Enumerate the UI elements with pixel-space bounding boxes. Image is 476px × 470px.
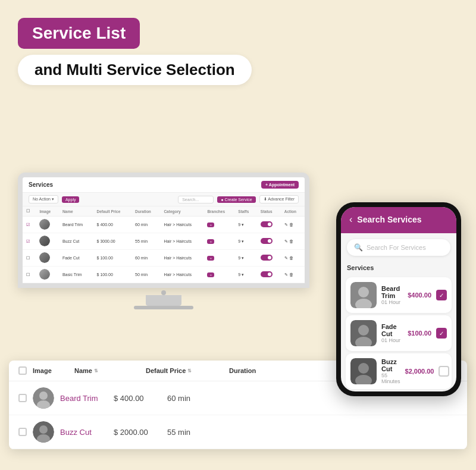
service-checkbox-2[interactable]: ✓ [436,328,447,339]
app-title: Services [29,181,53,188]
search-placeholder: Search For Services [367,244,426,251]
phone-header: ‹ Search Services [341,207,456,233]
monitor-wrapper: Services + Appointment No Action ▾ Apply… [18,173,309,309]
search-icon: 🔍 [354,243,363,252]
service-duration-3: 55 Minutes [381,372,400,384]
dt-name-2: Buzz Cut [60,428,108,437]
service-name-3: Buzz Cut [381,358,400,372]
dt-avatar-2 [33,421,54,443]
monitor-screen: Services + Appointment No Action ▾ Apply… [18,173,309,288]
monitor-stand [146,295,181,306]
service-card-2[interactable]: Fade Cut 01 Hour $100.00 ✓ [346,315,452,351]
dt-checkbox-row1[interactable] [18,394,27,402]
service-list-badge: Service List [18,18,140,49]
appointment-button[interactable]: + Appointment [261,181,299,189]
svg-point-4 [39,425,48,434]
service-card-info-2: Fade Cut 01 Hour [381,323,403,343]
col-status: Status [257,206,281,217]
table-row: ☐ Fade Cut $ 100.00 60 min Hair > Haircu… [23,250,305,267]
dt-duration-1: 60 min [167,394,190,403]
col-name: Name [59,206,93,217]
service-name-2: Fade Cut [381,323,403,337]
phone-screen: ‹ Search Services 🔍 Search For Services … [341,207,456,391]
service-avatar-2 [350,320,377,346]
col-header-duration: Duration [229,367,256,374]
table-row: ☐ Basic Trim $ 100.00 50 min Hair > Hair… [23,267,305,283]
dt-name-1: Beard Trim [60,394,108,403]
service-card-3[interactable]: Buzz Cut 55 Minutes $2,000.00 [346,353,452,389]
svg-point-10 [358,325,369,336]
apply-button[interactable]: Apply [62,196,80,203]
phone-frame: ‹ Search Services 🔍 Search For Services … [336,202,461,396]
service-avatar-1 [350,282,377,308]
service-price-1: $400.00 [408,292,431,299]
service-price-3: $2,000.00 [405,368,434,375]
col-action: Action [281,206,305,217]
services-section-label: Services [341,262,456,275]
service-avatar-3 [350,358,377,384]
monitor-notch [161,290,166,295]
col-category: Category [160,206,203,217]
services-table-mini: ☐ Image Name Default Price Duration Cate… [23,206,305,283]
dt-checkbox-row2[interactable] [18,428,27,436]
dt-duration-2: 55 min [167,428,190,437]
col-duration: Duration [131,206,160,217]
dt-row-2: Buzz Cut $ 2000.00 55 min [9,415,467,449]
no-action-button[interactable]: No Action ▾ [29,195,58,203]
col-checkbox: ☐ [23,206,36,217]
dt-checkbox-all[interactable] [18,366,27,375]
search-mini[interactable]: Search... [178,196,214,203]
create-service-button[interactable]: ● Create Service [217,196,255,203]
back-arrow-icon[interactable]: ‹ [349,214,352,225]
phone-search-bar[interactable]: 🔍 Search For Services [347,239,450,256]
service-card-1[interactable]: Beard Trim 01 Hour $400.00 ✓ [346,277,452,313]
col-staffs: Staffs [234,206,257,217]
dt-price-2: $ 2000.00 [114,428,161,437]
advance-filter-button[interactable]: ⬇ Advance Filter [259,195,299,203]
col-header-name: Name ⇅ [74,367,140,374]
phone-title: Search Services [357,215,421,224]
col-image: Image [36,206,58,217]
service-price-2: $100.00 [408,330,431,337]
app-header: Services + Appointment [23,177,305,193]
service-duration-1: 01 Hour [381,299,403,305]
service-card-info-3: Buzz Cut 55 Minutes [381,358,400,384]
phone-wrapper: ‹ Search Services 🔍 Search For Services … [336,202,461,396]
app-toolbar: No Action ▾ Apply Search... ● Create Ser… [23,193,305,206]
service-checkbox-3[interactable] [439,366,449,377]
subtitle-pill: and Multi Service Selection [18,55,252,85]
svg-point-1 [39,391,48,400]
svg-point-7 [358,287,369,297]
header-area: Service List and Multi Service Selection [18,18,458,85]
service-checkbox-1[interactable]: ✓ [436,290,447,300]
table-row: ☑ Buzz Cut $ 3000.00 55 min Hair > Hairc… [23,233,305,250]
col-header-price: Default Price ⇅ [146,367,223,374]
service-card-info-1: Beard Trim 01 Hour [381,285,403,305]
svg-point-13 [358,363,369,374]
service-duration-2: 01 Hour [381,337,403,343]
col-branches: Branches [203,206,234,217]
dt-avatar-1 [33,387,54,409]
dt-price-1: $ 400.00 [114,394,161,403]
col-header-image: Image [33,367,68,374]
monitor-base [134,306,193,309]
service-name-1: Beard Trim [381,285,403,299]
table-row: ☑ Beard Trim $ 400.00 60 min Hair > Hair… [23,217,305,233]
col-price: Default Price [93,206,132,217]
